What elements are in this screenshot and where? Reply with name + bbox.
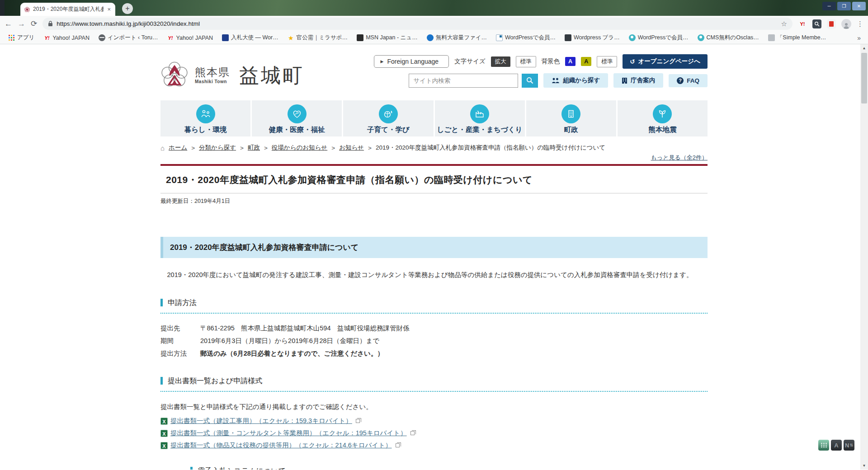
section3-intro: 提出書類一覧と申請様式を下記の通り掲載しますのでご確認ください。 (160, 403, 708, 411)
bookmark-simple-membership[interactable]: 「Simple Membe… (765, 33, 829, 42)
search-button[interactable] (522, 74, 538, 88)
bookmark-yahoo-1[interactable]: Y! Yahoo! JAPAN (41, 33, 92, 42)
page-title: 2019・2020年度益城町入札参加資格審査申請（指名願い）の臨時受け付けについ… (160, 166, 708, 193)
new-tab-button[interactable]: + (122, 3, 133, 14)
wordpress-favicon (496, 34, 503, 41)
browser-toolbar: ← → ⟳ https://www.town.mashiki.lg.jp/kij… (0, 16, 868, 32)
detail-row: 提出先 〒861-2295 熊本県上益城郡益城町木山594 益城町役場総務課管財… (160, 324, 708, 333)
yahoo-extension-icon[interactable]: Y! (798, 19, 807, 28)
faq-button[interactable]: ? FAQ (669, 74, 708, 87)
pdf-extension-icon[interactable] (827, 19, 836, 28)
global-nav: 暮らし・環境 健康・医療・福祉 子育て・学び しごと・産業・まちづくり (160, 100, 708, 136)
blue-favicon (427, 34, 434, 41)
page-viewport: 熊本県 Mashiki Town 益城町 ▶ Foreign Language … (0, 44, 868, 470)
address-bar[interactable]: https://www.town.mashiki.lg.jp/kiji00320… (42, 18, 793, 30)
font-size-normal-button[interactable]: 標準 (516, 56, 536, 67)
nav-item-jishin[interactable]: 熊本地震 (618, 100, 708, 136)
nav-item-kenko[interactable]: 健康・医療・福祉 (252, 100, 343, 136)
section1-heading: 2019・2020年度益城町入札参加資格審査申請について (160, 237, 708, 258)
bookmark-msn[interactable]: MSN Japan - ニュ… (354, 33, 420, 42)
window-close-button[interactable]: ✕ (852, 2, 866, 10)
bookmark-file-transfer[interactable]: 無料大容量ファイ… (424, 33, 490, 42)
see-more-link[interactable]: もっと見る（全2件） (651, 154, 708, 161)
apps-grid-icon (8, 34, 15, 41)
navigate-tool-button[interactable]: N⇅ (844, 440, 854, 451)
teal-favicon (698, 34, 704, 41)
breadcrumb-yakuba-oshirase[interactable]: 役場からのお知らせ (272, 144, 327, 152)
excel-link-construction[interactable]: 提出書類一式（建設工事用）（エクセル：159.3キロバイト） (170, 417, 352, 425)
foreign-language-button[interactable]: ▶ Foreign Language (374, 55, 449, 68)
dark-favicon (565, 34, 571, 41)
bg-color-label: 背景色 (542, 57, 560, 66)
opening-page-button[interactable]: ↺ オープニングページへ (623, 54, 708, 69)
section3-heading: 提出書類一覧および申請様式 (160, 376, 708, 392)
breadcrumb-chosei[interactable]: 町政 (248, 144, 260, 152)
logo-prefecture: 熊本県 (195, 67, 230, 78)
file-link-row: X 提出書類一式（建設工事用）（エクセル：159.3キロバイト） (160, 416, 708, 426)
padlock-icon (48, 21, 53, 27)
yahoo-favicon: Y! (43, 34, 50, 41)
bookmark-star-icon[interactable]: ☆ (781, 20, 787, 28)
font-tool-button[interactable]: A (831, 440, 842, 451)
window-maximize-button[interactable]: ❐ (837, 2, 851, 10)
office-guide-button[interactable]: 庁舎案内 (613, 73, 663, 88)
site-search-input[interactable] (409, 74, 518, 88)
bookmark-import[interactable]: インポート ‹ Toru… (96, 33, 161, 42)
bg-color-yellow-button[interactable]: A (581, 57, 591, 66)
application-details: 提出先 〒861-2295 熊本県上益城郡益城町木山594 益城町役場総務課管財… (160, 324, 708, 358)
earthquake-recovery-icon (653, 104, 672, 123)
grid-tool-button[interactable] (818, 440, 829, 451)
bg-color-blue-button[interactable]: A (565, 57, 576, 66)
page-scrollbar[interactable]: ▲ ▼ (860, 44, 868, 470)
logo-english: Mashiki Town (195, 80, 230, 84)
bookmark-yahoo-2[interactable]: Y! Yahoo! JAPAN (165, 33, 216, 42)
breadcrumb-category[interactable]: 分類から探す (199, 144, 236, 152)
browser-menu-icon[interactable]: ⋮ (857, 20, 863, 28)
nav-item-kosodate[interactable]: 子育て・学び (343, 100, 434, 136)
browser-tab[interactable]: 2019・2020年度益城町入札参 × (20, 3, 115, 16)
file-link-row: X 提出書類一式（物品又は役務の提供等用）（エクセル：214.6キロバイト） (160, 441, 708, 450)
bookmark-kankoju[interactable]: ★ 官公需｜ミラサポ… (285, 33, 350, 42)
nav-item-kurashi[interactable]: 暮らし・環境 (160, 100, 252, 136)
scroll-down-arrow[interactable]: ▼ (860, 462, 868, 470)
window-minimize-button[interactable]: ─ (822, 2, 836, 10)
section2-heading: 申請方法 (160, 298, 708, 314)
nav-item-chosei[interactable]: 町政 (526, 100, 618, 136)
excel-link-goods-services[interactable]: 提出書類一式（物品又は役務の提供等用）（エクセル：214.6キロバイト） (170, 441, 392, 450)
bookmark-apps[interactable]: アプリ (5, 33, 37, 42)
bookmark-wordpress-1[interactable]: WordPressで会員… (493, 33, 558, 42)
triangle-right-icon: ▶ (381, 59, 384, 64)
tab-close-icon[interactable]: × (106, 6, 112, 13)
bg-color-normal-button[interactable]: 標準 (597, 56, 617, 67)
bookmarks-overflow-chevron[interactable]: » (855, 34, 863, 42)
yahoo-favicon: Y! (167, 34, 174, 41)
scroll-up-arrow[interactable]: ▲ (860, 44, 868, 52)
childcare-learning-icon (379, 104, 398, 123)
section1-body: 2019・2020年度において益城町の発注する建設工事、測量・建設コンサルタント… (160, 270, 708, 280)
scrollbar-thumb[interactable] (861, 53, 867, 103)
font-size-large-button[interactable]: 拡大 (491, 56, 510, 67)
excel-link-survey-consultant[interactable]: 提出書類一式（測量・コンサルタント等業務用）（エクセル：195キロバイト） (170, 429, 407, 437)
breadcrumb-home[interactable]: ホーム (169, 144, 187, 152)
url-text[interactable]: https://www.town.mashiki.lg.jp/kiji00320… (57, 20, 777, 27)
bookmark-wordpress-2[interactable]: WordPressで会員… (626, 33, 691, 42)
tab-strip: 2019・2020年度益城町入札参 × + ─ ❐ ✕ (0, 0, 868, 16)
bookmark-osclass[interactable]: CMS無料のOsclas… (695, 33, 762, 42)
site-logo[interactable]: 熊本県 Mashiki Town 益城町 (160, 51, 304, 100)
site-header: 熊本県 Mashiki Town 益城町 ▶ Foreign Language … (160, 44, 708, 100)
building-icon (622, 77, 627, 84)
breadcrumb-oshirase[interactable]: お知らせ (339, 144, 364, 152)
external-window-icon (410, 431, 415, 435)
teal-favicon (629, 34, 636, 41)
bookmark-wordpress-plugin[interactable]: Wordpress ブラ… (562, 33, 623, 42)
org-search-button[interactable]: 組織から探す (543, 73, 608, 88)
bookmark-nyusatsu-taishi[interactable]: 入札大使 — Wor… (219, 33, 281, 42)
reload-icon[interactable]: ⟳ (31, 19, 37, 28)
back-icon[interactable]: ← (5, 19, 12, 28)
bookmarks-bar: アプリ Y! Yahoo! JAPAN インポート ‹ Toru… Y! Yah… (0, 32, 868, 44)
nav-item-shigoto[interactable]: しごと・産業・まちづくり (435, 100, 526, 136)
search-extension-icon[interactable] (812, 19, 821, 28)
forward-icon[interactable]: → (18, 19, 25, 28)
excel-file-icon: X (160, 430, 168, 437)
profile-avatar[interactable] (841, 19, 851, 29)
